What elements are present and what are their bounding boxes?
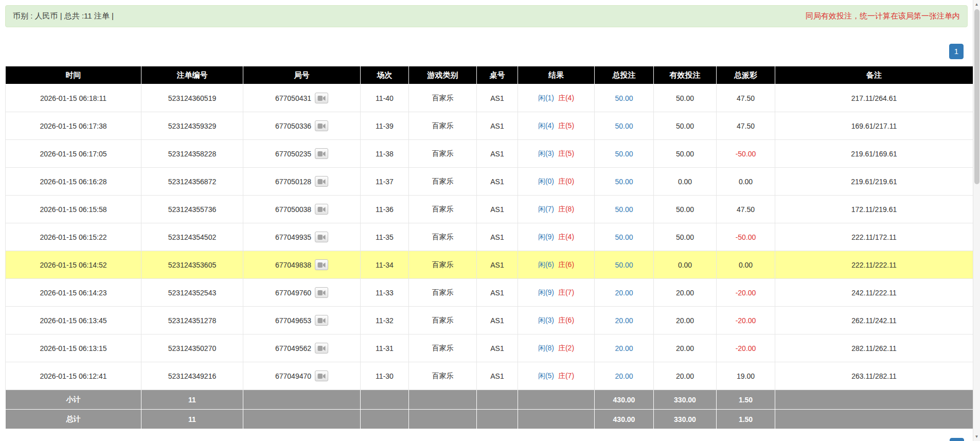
total-bet-link[interactable]: 20.00 [615,372,633,380]
scroll-up-arrow-icon[interactable]: ▲ [973,1,980,8]
result-banker-text: 庄(4) [558,233,574,241]
total-bet-link[interactable]: 50.00 [615,150,633,158]
cell-remark: 263.11/282.11 [775,362,973,390]
video-replay-icon [317,123,326,129]
bet-row[interactable]: 2026-01-15 06:17:05 523124358228 6770502… [6,140,973,168]
cell-remark: 242.11/222.11 [775,279,973,307]
cell-time: 2026-01-15 06:13:45 [6,307,141,334]
cell-round-id: 677050038 [243,196,361,223]
scroll-down-arrow-icon[interactable]: ▼ [973,433,980,440]
round-video-button[interactable] [315,204,328,215]
result-player-text: 闲(3) [538,316,554,324]
total-bet-link[interactable]: 50.00 [615,178,633,186]
round-video-button[interactable] [315,287,328,298]
total-bet-link[interactable]: 20.00 [615,289,633,297]
cell-total-bet: 20.00 [595,334,654,362]
cell-remark: 282.11/262.11 [775,334,973,362]
cell-round-id: 677049838 [243,251,361,279]
cell-time: 2026-01-15 06:16:28 [6,168,141,196]
total-bet-link[interactable]: 50.00 [615,233,633,241]
cell-payout: -50.00 [717,140,775,168]
cell-total-bet: 50.00 [595,168,654,196]
round-id-text: 677049935 [275,233,311,241]
cell-game-type: 百家乐 [409,279,477,307]
cell-game-type: 百家乐 [409,223,477,251]
cell-time: 2026-01-15 06:13:15 [6,334,141,362]
round-video-button[interactable] [315,371,328,381]
video-replay-icon [317,234,326,240]
cell-round-id: 677050128 [243,168,361,196]
video-replay-icon [317,151,326,157]
col-header-payout: 总派彩 [717,66,775,84]
cell-total-bet: 50.00 [595,251,654,279]
result-banker-text: 庄(7) [558,372,574,380]
cell-result: 闲(7) 庄(8) [518,196,595,223]
round-video-button[interactable] [315,148,328,159]
round-video-button[interactable] [315,259,328,270]
bet-row[interactable]: 2026-01-15 06:15:58 523124355736 6770500… [6,196,973,223]
total-bet-link[interactable]: 50.00 [615,261,633,269]
result-player-text: 闲(4) [538,121,554,130]
bet-row[interactable]: 2026-01-15 06:13:45 523124351278 6770496… [6,307,973,334]
result-player-text: 闲(5) [538,372,554,380]
bet-row[interactable]: 2026-01-15 06:14:23 523124352543 6770497… [6,279,973,307]
cell-total-bet: 50.00 [595,84,654,112]
total-bet-link[interactable]: 20.00 [615,344,633,352]
total-bet-link[interactable]: 50.00 [615,205,633,214]
round-video-button[interactable] [315,343,328,354]
summary-label: 总计 [6,410,141,429]
cell-session: 11-36 [361,196,409,223]
cell-bet-id: 523124353605 [141,251,243,279]
result-player-text: 闲(9) [538,233,554,241]
cell-session: 11-33 [361,279,409,307]
cell-result: 闲(0) 庄(0) [518,168,595,196]
cell-valid-bet: 20.00 [654,362,717,390]
bet-row[interactable]: 2026-01-15 06:17:38 523124359329 6770503… [6,112,973,140]
round-video-button[interactable] [315,232,328,242]
scrollbar-thumb[interactable] [974,9,979,184]
round-video-button[interactable] [315,315,328,326]
cell-game-type: 百家乐 [409,84,477,112]
vertical-scrollbar[interactable]: ▲ ▼ [973,0,980,441]
cell-time: 2026-01-15 06:15:58 [6,196,141,223]
cell-total-bet: 20.00 [595,362,654,390]
summary-valid-bet: 330.00 [654,410,717,429]
cell-table-no: AS1 [477,279,518,307]
cell-session: 11-37 [361,168,409,196]
cell-game-type: 百家乐 [409,251,477,279]
summary-payout: 1.50 [717,410,775,429]
col-header-round-id: 局号 [243,66,361,84]
round-id-text: 677049470 [275,372,311,380]
pagination-bottom-page-1-button[interactable]: 1 [950,438,964,441]
cell-time: 2026-01-15 06:15:22 [6,223,141,251]
bet-row[interactable]: 2026-01-15 06:14:52 523124353605 6770498… [6,251,973,279]
cell-table-no: AS1 [477,362,518,390]
total-bet-link[interactable]: 50.00 [615,94,633,102]
pagination-page-1-button[interactable]: 1 [949,44,964,59]
round-video-button[interactable] [315,176,328,187]
cell-payout: 19.00 [717,362,775,390]
round-video-button[interactable] [315,120,328,131]
cell-round-id: 677050431 [243,84,361,112]
bet-row[interactable]: 2026-01-15 06:16:28 523124356872 6770501… [6,168,973,196]
video-replay-icon [317,290,326,296]
col-header-game-type: 游戏类别 [409,66,477,84]
col-header-total-bet: 总投注 [595,66,654,84]
total-bet-link[interactable]: 50.00 [615,122,633,130]
bet-row[interactable]: 2026-01-15 06:15:22 523124354502 6770499… [6,223,973,251]
cell-round-id: 677050235 [243,140,361,168]
round-video-button[interactable] [315,93,328,103]
cell-bet-id: 523124351278 [141,307,243,334]
cell-valid-bet: 0.00 [654,251,717,279]
summary-payout: 1.50 [717,390,775,410]
cell-total-bet: 20.00 [595,279,654,307]
cell-payout: 47.50 [717,112,775,140]
cell-game-type: 百家乐 [409,362,477,390]
bet-row[interactable]: 2026-01-15 06:13:15 523124350270 6770495… [6,334,973,362]
cell-time: 2026-01-15 06:17:38 [6,112,141,140]
bet-records-table: 时间 注单编号 局号 场次 游戏类别 桌号 结果 总投注 有效投注 总派彩 备注… [5,66,973,429]
cell-session: 11-38 [361,140,409,168]
bet-row[interactable]: 2026-01-15 06:18:11 523124360519 6770504… [6,84,973,112]
bet-row[interactable]: 2026-01-15 06:12:41 523124349216 6770494… [6,362,973,390]
total-bet-link[interactable]: 20.00 [615,316,633,325]
